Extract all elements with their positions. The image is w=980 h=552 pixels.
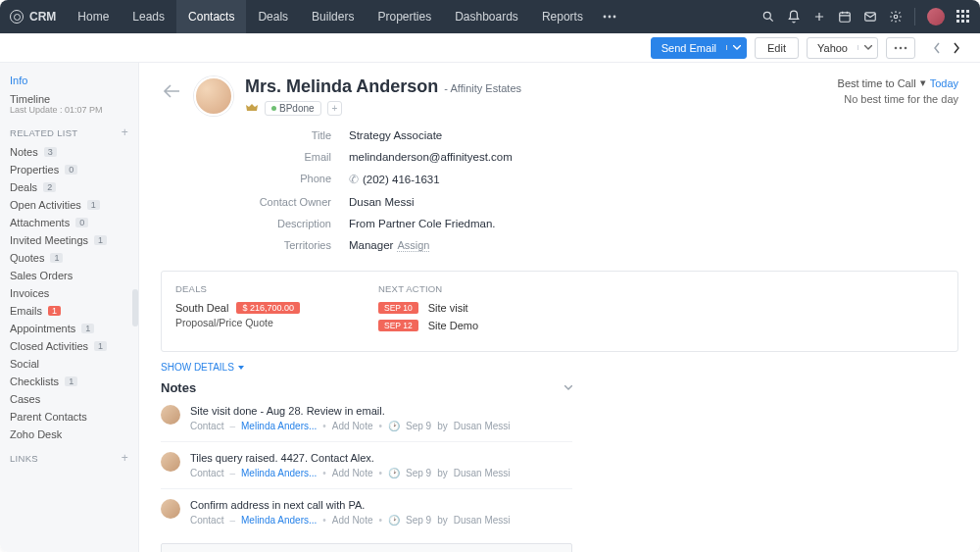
brand-icon	[10, 10, 24, 24]
sidebar-item-cases[interactable]: Cases	[10, 390, 138, 408]
nav-tabs: HomeLeadsContactsDealsBuildersProperties…	[66, 0, 595, 33]
sidebar-item-invited-meetings[interactable]: Invited Meetings1	[10, 231, 138, 249]
assign-link[interactable]: Assign	[397, 239, 429, 252]
plus-icon[interactable]	[812, 10, 826, 24]
label-email: Email	[237, 151, 331, 163]
top-nav: CRM HomeLeadsContactsDealsBuildersProper…	[0, 0, 980, 33]
sidebar-item-invoices[interactable]: Invoices	[10, 284, 138, 302]
brand[interactable]: CRM	[10, 10, 56, 24]
sidebar-item-social[interactable]: Social	[10, 355, 138, 373]
search-icon[interactable]	[761, 10, 775, 24]
count-badge: 1	[94, 341, 107, 351]
notes-heading: Notes	[161, 380, 196, 395]
status-chip[interactable]: BPdone	[265, 101, 321, 116]
phone-icon: ✆	[349, 174, 359, 185]
sidebar-item-properties[interactable]: Properties0	[10, 161, 138, 178]
value-email[interactable]: melindanderson@affinityest.com	[349, 151, 513, 163]
next-action-row[interactable]: SEP 10Site visit	[378, 302, 478, 314]
send-email-caret[interactable]	[726, 45, 746, 50]
send-email-button[interactable]: Send Email	[651, 37, 747, 59]
next-record[interactable]	[947, 37, 966, 59]
sidebar-item-zoho-desk[interactable]: Zoho Desk	[10, 426, 138, 443]
note-contact-link[interactable]: Melinda Anders...	[241, 468, 317, 478]
back-arrow[interactable]	[161, 80, 182, 102]
contact-company: - Affinity Estates	[444, 82, 521, 94]
count-badge: 3	[44, 147, 57, 157]
sidebar-item-checklists[interactable]: Checklists1	[10, 373, 138, 390]
svg-rect-7	[840, 13, 851, 22]
more-actions-button[interactable]	[886, 37, 915, 59]
sidebar-item-open-activities[interactable]: Open Activities1	[10, 196, 138, 214]
date-badge: SEP 12	[378, 320, 418, 331]
sidebar-info[interactable]: Info	[10, 71, 138, 90]
notes-list: Site visit done - Aug 28. Review in emai…	[161, 395, 958, 535]
sidebar-item-sales-orders[interactable]: Sales Orders	[10, 267, 138, 284]
deal-name[interactable]: South Deal	[175, 302, 228, 314]
value-territories: ManagerAssign	[349, 239, 513, 251]
user-avatar[interactable]	[927, 8, 945, 25]
sidebar-drag-handle[interactable]	[132, 289, 138, 326]
yahoo-button[interactable]: Yahoo	[807, 37, 878, 59]
sidebar-item-quotes[interactable]: Quotes1	[10, 249, 138, 267]
nav-tab-properties[interactable]: Properties	[366, 0, 443, 33]
value-owner: Dusan Messi	[349, 196, 513, 208]
value-phone[interactable]: ✆(202) 416-1631	[349, 173, 513, 186]
sidebar-item-deals[interactable]: Deals2	[10, 178, 138, 196]
add-related-icon[interactable]: +	[122, 125, 128, 139]
nav-tab-builders[interactable]: Builders	[300, 0, 366, 33]
note-item: Tiles query raised. 4427. Contact Alex.C…	[161, 442, 572, 489]
show-details-toggle[interactable]: SHOW DETAILS	[161, 362, 958, 373]
gear-icon[interactable]	[889, 10, 903, 24]
best-time-panel: Best time to Call▾ Today No best time fo…	[782, 76, 958, 105]
yahoo-caret[interactable]	[858, 45, 877, 50]
note-contact-link[interactable]: Melinda Anders...	[241, 515, 317, 526]
mail-icon[interactable]	[863, 10, 877, 24]
crown-icon	[245, 101, 259, 115]
next-action-row[interactable]: SEP 12Site Demo	[378, 320, 478, 331]
sidebar-item-emails[interactable]: Emails1	[10, 302, 138, 320]
nav-tab-reports[interactable]: Reports	[530, 0, 595, 33]
best-time-msg: No best time for the day	[782, 93, 958, 105]
sidebar-item-appointments[interactable]: Appointments1	[10, 320, 138, 337]
best-time-today[interactable]: Today	[930, 77, 958, 89]
note-meta: Contact–Melinda Anders...•Add Note•🕑Sep …	[190, 515, 572, 526]
add-note-input[interactable]	[161, 543, 572, 552]
edit-button[interactable]: Edit	[755, 37, 799, 59]
sidebar-item-parent-contacts[interactable]: Parent Contacts	[10, 408, 138, 426]
sidebar-item-notes[interactable]: Notes3	[10, 143, 138, 161]
apps-icon[interactable]	[956, 10, 970, 24]
note-add-link[interactable]: Add Note	[332, 421, 373, 431]
deals-card: DEALS South Deal $ 216,700.00 Proposal/P…	[161, 271, 958, 352]
count-badge: 1	[94, 235, 107, 245]
label-phone: Phone	[237, 173, 331, 186]
svg-point-2	[613, 16, 616, 19]
deal-amount-badge: $ 216,700.00	[236, 302, 300, 314]
contact-name: Mrs. Melinda Anderson	[245, 76, 438, 97]
sidebar-item-closed-activities[interactable]: Closed Activities1	[10, 337, 138, 355]
note-item: Site visit done - Aug 28. Review in emai…	[161, 395, 572, 442]
note-contact-link[interactable]: Melinda Anders...	[241, 421, 317, 431]
nav-more[interactable]	[595, 15, 624, 19]
timeline-sub: Last Update : 01:07 PM	[10, 105, 138, 115]
nav-tab-home[interactable]: Home	[66, 0, 121, 33]
notes-menu-icon[interactable]	[564, 385, 572, 390]
nav-tab-deals[interactable]: Deals	[246, 0, 300, 33]
add-link-icon[interactable]: +	[122, 451, 128, 465]
nav-icons	[761, 8, 970, 25]
prev-record[interactable]	[927, 37, 947, 59]
calendar-icon[interactable]	[838, 10, 852, 24]
sidebar: Info Timeline Last Update : 01:07 PM REL…	[0, 63, 139, 552]
sidebar-item-attachments[interactable]: Attachments0	[10, 214, 138, 231]
note-text: Tiles query raised. 4427. Contact Alex.	[190, 452, 572, 464]
svg-line-4	[770, 19, 773, 22]
add-chip[interactable]: +	[327, 101, 343, 116]
note-add-link[interactable]: Add Note	[332, 515, 373, 526]
sidebar-timeline[interactable]: Timeline Last Update : 01:07 PM	[10, 90, 138, 118]
bell-icon[interactable]	[787, 10, 801, 24]
notes-header: Notes	[161, 380, 572, 395]
nav-tab-contacts[interactable]: Contacts	[176, 0, 246, 33]
nav-tab-leads[interactable]: Leads	[121, 0, 176, 33]
pager	[927, 37, 966, 59]
nav-tab-dashboards[interactable]: Dashboards	[443, 0, 530, 33]
note-add-link[interactable]: Add Note	[332, 468, 373, 478]
